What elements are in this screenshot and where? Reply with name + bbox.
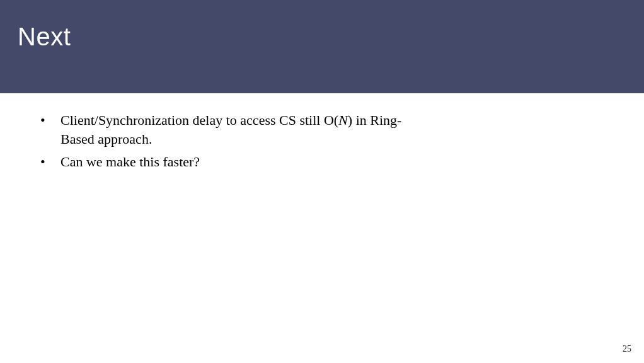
bullet-text-variable: N [338, 112, 348, 128]
bullet-list: • Client/Synchronization delay to access… [38, 111, 606, 171]
slide-body: • Client/Synchronization delay to access… [0, 93, 644, 171]
bullet-text-segment: Client/Synchronization delay to access C… [60, 112, 338, 128]
bullet-text: Can we make this faster? [60, 153, 200, 171]
slide: Next • Client/Synchronization delay to a… [0, 0, 644, 363]
page-number: 25 [623, 344, 631, 354]
slide-title: Next [18, 23, 626, 51]
slide-header: Next [0, 0, 644, 93]
list-item: • Client/Synchronization delay to access… [38, 111, 606, 149]
list-item: • Can we make this faster? [38, 153, 606, 171]
bullet-icon: • [38, 153, 60, 171]
bullet-icon: • [38, 111, 60, 130]
bullet-text: Client/Synchronization delay to access C… [60, 111, 413, 149]
